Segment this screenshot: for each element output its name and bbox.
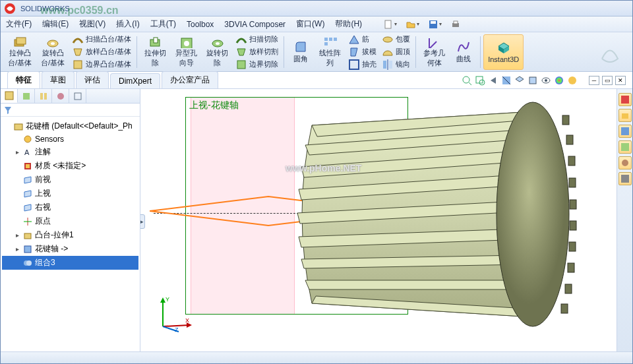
menu-file[interactable]: 文件(F) [1, 18, 37, 30]
tree-filter[interactable] [1, 104, 140, 117]
tree-origin[interactable]: 原点 [2, 214, 138, 228]
qa-new-button[interactable]: ▾ [380, 18, 400, 31]
taskpane-custom-icon[interactable] [618, 172, 632, 185]
tree-front-plane[interactable]: 前视 [2, 173, 138, 187]
view-orientation-icon[interactable] [514, 75, 526, 86]
wrap-button[interactable]: 包覆 [379, 34, 413, 46]
featuretree-tab-icon[interactable] [1, 89, 18, 103]
menu-toolbox[interactable]: Toolbox [181, 20, 219, 29]
tab-office[interactable]: 办公室产品 [162, 71, 218, 88]
doc-min-icon[interactable]: ─ [589, 76, 599, 85]
swept-boss-button[interactable]: 扫描凸台/基体 [69, 34, 134, 46]
qa-open-button[interactable]: ▾ [403, 18, 423, 31]
loft-boss-button[interactable]: 放样凸台/基体 [69, 46, 134, 58]
prev-view-icon[interactable] [487, 75, 499, 86]
tree-annotations[interactable]: ▸A注解 [2, 145, 138, 159]
mirror-button[interactable]: 镜向 [379, 59, 413, 71]
taskpane-appearance-icon[interactable] [618, 156, 632, 169]
task-pane [617, 89, 632, 351]
display-style-icon[interactable] [527, 75, 539, 86]
menu-composer[interactable]: 3DVIA Composer [219, 20, 291, 29]
draft-button[interactable]: 拔模 [346, 46, 379, 58]
zoom-fit-icon[interactable] [461, 75, 473, 86]
dome-button[interactable]: 圆顶 [379, 46, 413, 58]
svg-rect-43 [44, 93, 47, 100]
svg-rect-62 [569, 178, 576, 187]
tree-top-plane[interactable]: 上视 [2, 187, 138, 200]
config-tab-icon[interactable] [35, 89, 52, 103]
fillet-button[interactable]: 圆角 [287, 34, 315, 70]
svg-rect-40 [5, 92, 13, 100]
solidworks-logo-icon [3, 2, 16, 15]
appearance-icon[interactable] [553, 75, 565, 86]
svg-rect-10 [74, 61, 82, 69]
zoom-area-icon[interactable] [474, 75, 486, 86]
revolve-cut-button[interactable]: 旋转切 除 [202, 34, 233, 70]
tree-root[interactable]: 花键槽 (Default<<Default>_Ph [2, 119, 138, 133]
top-plane-label: 上视-花键轴 [189, 100, 239, 111]
menu-window[interactable]: 窗口(W) [291, 18, 330, 30]
property-tab-icon[interactable] [18, 89, 35, 103]
swept-cut-button[interactable]: 扫描切除 [233, 34, 281, 46]
menu-insert[interactable]: 插入(I) [111, 18, 144, 30]
dimxpert-tab-icon[interactable] [52, 89, 69, 103]
qa-save-button[interactable]: ▾ [425, 18, 445, 31]
shell-icon [348, 59, 360, 71]
ref-geom-icon [427, 36, 442, 48]
tree-material[interactable]: 材质 <未指定> [2, 159, 138, 173]
taskpane-explorer-icon[interactable] [618, 125, 632, 138]
svg-rect-77 [621, 96, 629, 104]
svg-rect-18 [324, 38, 328, 41]
tree-right-plane[interactable]: 右视 [2, 200, 138, 214]
tab-sketch[interactable]: 草图 [42, 71, 75, 88]
ref-geom-button[interactable]: 参考几 何体 [419, 34, 450, 70]
extrude-boss-button[interactable]: 拉伸凸 台/基体 [3, 34, 36, 70]
menu-edit[interactable]: 编辑(E) [37, 18, 74, 30]
split-handle-icon[interactable]: ◂▸ [140, 214, 145, 229]
menu-view[interactable]: 视图(V) [74, 18, 111, 30]
curves-button[interactable]: 曲线 [450, 34, 477, 70]
tree-combine3[interactable]: 组合3 [2, 256, 138, 270]
display-tab-icon[interactable] [69, 89, 86, 103]
graphics-viewport[interactable]: ◂▸ 上视-花键轴 花键轴 [140, 89, 617, 351]
hole-wizard-button[interactable]: 异型孔 向导 [171, 34, 202, 70]
tab-features[interactable]: 特征 [7, 71, 40, 88]
svg-rect-60 [566, 135, 573, 144]
section-view-icon[interactable] [500, 75, 512, 86]
rib-button[interactable]: 筋 [346, 34, 379, 46]
taskpane-palette-icon[interactable] [618, 140, 632, 154]
loft-cut-button[interactable]: 放样切割 [233, 46, 281, 58]
material-icon [23, 162, 32, 171]
tree-spline-shaft[interactable]: ▸花键轴 -> [2, 242, 138, 256]
plane-icon [23, 175, 32, 185]
revolve-boss-button[interactable]: 旋转凸 台/基体 [36, 34, 69, 70]
instant3d-button[interactable]: Instant3D [483, 34, 524, 70]
doc-close-icon[interactable]: ✕ [615, 76, 626, 85]
svg-marker-70 [160, 297, 166, 303]
svg-rect-65 [569, 242, 576, 251]
linear-pattern-button[interactable]: 线性阵 列 [315, 34, 346, 70]
svg-rect-25 [389, 61, 392, 69]
menu-help[interactable]: 帮助(H) [330, 18, 367, 30]
hide-show-icon[interactable] [540, 75, 552, 86]
curves-icon [456, 40, 471, 54]
shell-button[interactable]: 抽壳 [346, 59, 379, 71]
taskpane-library-icon[interactable] [618, 109, 632, 122]
svg-point-38 [555, 76, 563, 84]
qa-print-button[interactable] [448, 18, 464, 31]
tab-dimxpert[interactable]: DimXpert [110, 73, 160, 88]
heads-up-toolbar: ─ ▭ ✕ [461, 72, 632, 88]
tab-evaluate[interactable]: 评估 [76, 71, 109, 88]
svg-point-14 [184, 41, 189, 46]
doc-max-icon[interactable]: ▭ [602, 76, 613, 85]
boundary-cut-button[interactable]: 边界切除 [233, 59, 281, 71]
feature-tree: 花键槽 (Default<<Default>_Ph Sensors ▸A注解 材… [1, 117, 140, 351]
extrude-cut-button[interactable]: 拉伸切 除 [140, 34, 171, 70]
scene-icon[interactable] [566, 75, 578, 86]
taskpane-resources-icon[interactable] [618, 93, 632, 106]
boundary-boss-button[interactable]: 边界凸台/基体 [69, 59, 134, 71]
svg-rect-50 [26, 164, 30, 168]
menu-tools[interactable]: 工具(T) [145, 18, 181, 30]
tree-sensors[interactable]: Sensors [2, 133, 138, 145]
tree-boss-extrude1[interactable]: ▸凸台-拉伸1 [2, 228, 138, 242]
